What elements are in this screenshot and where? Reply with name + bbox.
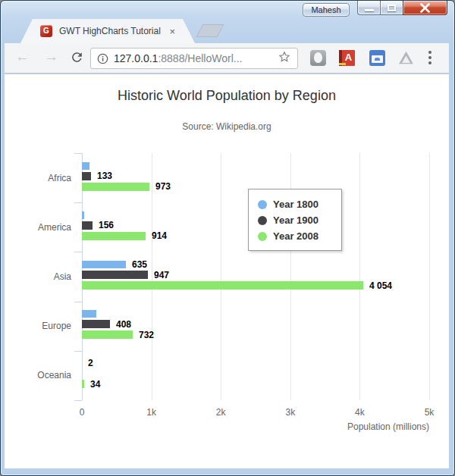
bar-Year-1800-Africa[interactable] — [82, 162, 89, 170]
book-strip — [339, 63, 346, 65]
legend-item-Year-1900[interactable]: Year 1900 — [258, 212, 334, 228]
bar-Year-1800-America[interactable] — [82, 211, 84, 219]
tab-title: GWT HighCharts Tutorial — [59, 26, 161, 36]
legend-item-Year-1800[interactable]: Year 1800 — [258, 196, 334, 212]
category-tick — [74, 153, 82, 154]
bookmark-star-icon[interactable] — [278, 50, 291, 67]
screenshot-glyph — [375, 58, 380, 61]
bar-Year-1800-Europe[interactable] — [82, 310, 96, 318]
x-axis-title: Population (millions) — [232, 421, 429, 432]
browser-tab[interactable]: G GWT HighCharts Tutorial × — [20, 19, 195, 43]
reload-icon[interactable] — [70, 50, 84, 68]
legend-marker-icon — [258, 200, 267, 209]
data-label: 34 — [90, 378, 100, 390]
x-tick-label: 4k — [337, 407, 382, 418]
maximize-icon — [388, 5, 396, 11]
category-tick — [74, 351, 82, 352]
category-label: America — [5, 221, 71, 234]
url-host: 127.0.0.1 — [114, 52, 158, 64]
back-icon[interactable]: ← — [15, 49, 30, 65]
x-tick-label: 2k — [198, 407, 243, 418]
x-tick-label: 5k — [406, 407, 452, 418]
close-window-button[interactable] — [403, 1, 447, 15]
category-label: Asia — [5, 270, 71, 283]
category-tick — [74, 252, 82, 252]
category-label: Europe — [5, 319, 71, 333]
bar-Year-1900-Africa[interactable] — [82, 172, 91, 180]
shield-glyph — [314, 52, 322, 63]
bar-Year-1900-Asia[interactable] — [82, 271, 148, 279]
x-tick-label: 0 — [59, 407, 105, 418]
new-tab-button[interactable] — [196, 24, 224, 37]
screenshot-extension-icon[interactable] — [369, 50, 385, 66]
bar-Year-2008-Oceania[interactable] — [82, 380, 84, 388]
gridline — [152, 153, 152, 400]
bar-Year-2008-Asia[interactable] — [82, 281, 363, 290]
category-label: Oceania — [5, 368, 71, 382]
drive-extension-icon[interactable] — [398, 50, 414, 66]
url-path: :8888/HelloWorl... — [158, 52, 242, 64]
data-label: 947 — [154, 269, 169, 281]
acrobat-extension-icon[interactable]: A — [339, 50, 355, 66]
gwt-favicon-icon: G — [40, 25, 52, 37]
bar-Year-2008-Africa[interactable] — [82, 183, 149, 191]
data-label: 133 — [97, 170, 112, 182]
minimize-button[interactable] — [357, 1, 381, 15]
data-label: 973 — [155, 180, 171, 193]
category-tick — [74, 400, 82, 401]
data-label: 4 054 — [369, 280, 392, 292]
bar-Year-2008-Europe[interactable] — [82, 330, 133, 339]
acrobat-letter: A — [342, 52, 355, 63]
category-label: Africa — [5, 171, 71, 185]
data-label: 156 — [99, 219, 114, 231]
data-label: 914 — [152, 230, 167, 242]
profile-button[interactable]: Mahesh — [303, 3, 350, 17]
bar-Year-1900-America[interactable] — [82, 221, 93, 230]
bar-Year-1900-Europe[interactable] — [82, 320, 110, 328]
bar-Year-2008-America[interactable] — [82, 232, 146, 240]
legend-label: Year 1900 — [273, 215, 318, 226]
gridline — [359, 153, 360, 400]
address-bar[interactable]: 127.0.0.1:8888/HelloWorl... — [90, 48, 298, 69]
tab-close-icon[interactable]: × — [168, 25, 177, 38]
x-tick-label: 3k — [268, 407, 313, 418]
category-tick — [74, 302, 82, 302]
url-text: 127.0.0.1:8888/HelloWorl... — [114, 52, 242, 64]
legend-label: Year 2008 — [273, 230, 318, 242]
data-label: 635 — [132, 258, 147, 271]
data-label: 408 — [116, 318, 131, 330]
category-tick — [74, 202, 82, 203]
chart-plot: 01k2k3k4k5kAfricaAmericaAsiaEuropeOceani… — [5, 74, 449, 468]
legend-marker-icon — [258, 232, 267, 241]
window-titlebar[interactable]: Mahesh — [1, 1, 454, 17]
chart-legend: Year 1800Year 1900Year 2008 — [248, 189, 342, 251]
browser-window: Mahesh G GWT HighCharts Tutorial × ← → — [0, 0, 455, 476]
page-info-icon[interactable] — [97, 53, 108, 64]
legend-label: Year 1800 — [273, 199, 318, 210]
page-content: Historic World Population by Region Sour… — [5, 74, 449, 468]
close-icon — [419, 3, 431, 13]
data-label: 2 — [88, 357, 93, 369]
legend-marker-icon — [258, 216, 267, 225]
legend-item-Year-2008[interactable]: Year 2008 — [258, 228, 334, 244]
browser-toolbar: ← → 127.0.0.1:8888/HelloWorl... A — [5, 43, 449, 74]
gridline — [221, 153, 221, 400]
bar-Year-1800-Asia[interactable] — [82, 261, 126, 268]
forward-icon[interactable]: → — [44, 49, 58, 65]
shield-extension-icon[interactable] — [310, 50, 326, 66]
x-tick-label: 1k — [129, 407, 174, 418]
data-label: 732 — [139, 329, 154, 341]
browser-menu-icon[interactable] — [428, 51, 431, 66]
maximize-button[interactable] — [380, 1, 403, 15]
minimize-icon — [365, 9, 374, 11]
gridline — [429, 153, 430, 400]
